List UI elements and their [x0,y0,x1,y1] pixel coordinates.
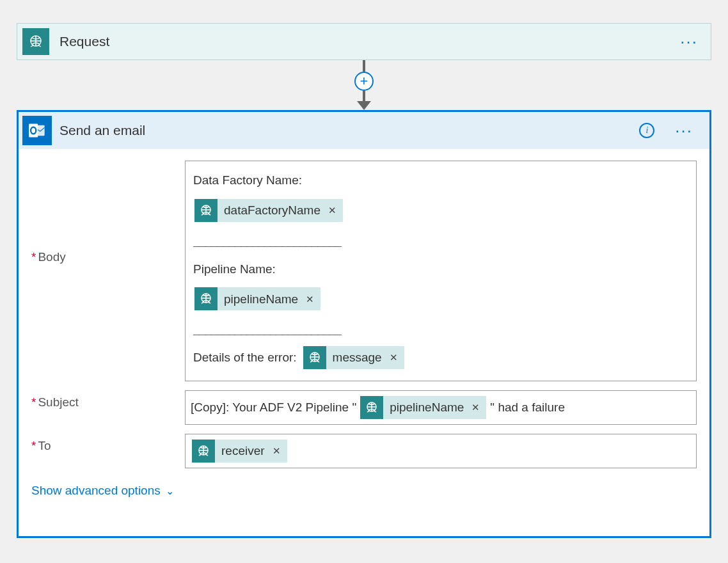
send-email-title: Send an email [52,123,639,138]
body-text-line2: Pipeline Name: [193,257,688,282]
add-step-button[interactable]: + [354,72,374,91]
remove-token-icon[interactable]: ✕ [270,445,287,457]
to-field-row: *To receiver ✕ [31,434,697,468]
subject-field-row: *Subject [Copy]: Your ADF V2 Pipeline " … [31,390,697,425]
globe-icon [194,199,218,222]
body-text-line3: Details of the error: [193,345,297,370]
request-globe-icon [22,28,49,55]
info-icon[interactable]: i [639,123,654,138]
body-input[interactable]: Data Factory Name: dataFactoryName ✕ ___… [185,161,697,381]
email-more-icon[interactable]: ··· [662,127,706,134]
body-text-line1: Data Factory Name: [193,168,688,193]
body-label: *Body [31,161,185,264]
globe-icon [303,346,326,369]
token-pipelinename[interactable]: pipelineName ✕ [194,287,320,310]
globe-icon [360,396,383,419]
outlook-icon [22,116,52,145]
connector: + [17,60,711,110]
globe-icon [192,440,215,463]
send-email-action: Send an email i ··· *Body Data Factory N… [17,110,711,538]
subject-input[interactable]: [Copy]: Your ADF V2 Pipeline " pipelineN… [185,390,697,425]
remove-token-icon[interactable]: ✕ [303,289,320,310]
remove-token-icon[interactable]: ✕ [469,402,486,413]
remove-token-icon[interactable]: ✕ [326,200,343,221]
remove-token-icon[interactable]: ✕ [387,347,404,368]
to-label: *To [31,434,185,453]
chevron-down-icon: ⌄ [166,485,174,497]
token-datafactoryname[interactable]: dataFactoryName ✕ [194,199,343,222]
body-field-row: *Body Data Factory Name: dataFactoryName… [31,161,697,381]
to-input[interactable]: receiver ✕ [185,434,697,468]
request-more-icon[interactable]: ··· [667,38,711,45]
show-advanced-link[interactable]: Show advanced options ⌄ [31,484,174,498]
token-pipelinename-subject[interactable]: pipelineName ✕ [360,396,486,419]
subject-label: *Subject [31,390,185,409]
token-receiver[interactable]: receiver ✕ [192,440,287,463]
token-message[interactable]: message ✕ [303,346,404,369]
request-title: Request [54,34,667,49]
send-email-header[interactable]: Send an email i ··· [19,112,709,149]
globe-icon [194,287,218,310]
request-action-header[interactable]: Request ··· [17,23,711,60]
